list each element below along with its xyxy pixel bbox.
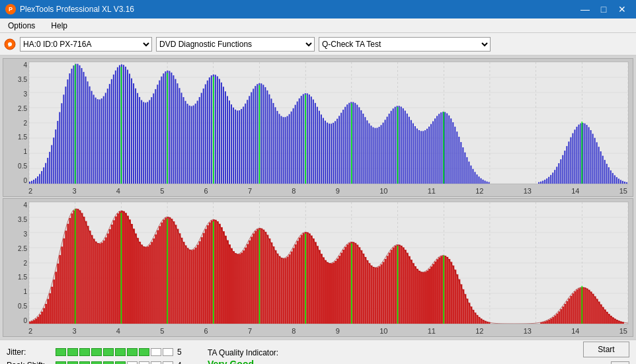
- jitter-cell-7: [127, 348, 138, 356]
- app-icon: P: [5, 4, 16, 15]
- device-select[interactable]: HA:0 ID:0 PX-716A: [20, 37, 152, 52]
- bottom-chart-plot: [28, 201, 629, 324]
- jitter-label: Jitter:: [7, 347, 52, 357]
- function-select[interactable]: DVD Diagnostic Functions: [156, 37, 315, 52]
- jitter-cell-2: [67, 348, 78, 356]
- peak-cell-6: [115, 361, 126, 364]
- jitter-cell-8: [139, 348, 149, 356]
- charts-container: 4 3.5 3 2.5 2 1.5 1 0.5 0 2 3 4 5 6 7 8 …: [0, 55, 636, 340]
- peak-shift-row: Peak Shift: 4: [7, 361, 188, 364]
- top-chart-canvas: [29, 62, 628, 184]
- ta-quality-value: Very Good: [208, 359, 254, 364]
- svg-text:P: P: [9, 43, 12, 48]
- metrics-panel: Jitter: 5 Peak Shift:: [7, 347, 188, 364]
- peak-cell-10: [163, 361, 173, 364]
- peak-cell-5: [103, 361, 114, 364]
- bottom-chart-x-axis: 2 3 4 5 6 7 8 9 10 11 12 13 14 15: [28, 327, 627, 335]
- peak-cell-7: [127, 361, 138, 364]
- ta-quality-label: TA Quality Indicator:: [208, 348, 278, 357]
- info-button[interactable]: i: [611, 361, 629, 364]
- title-bar-left: P PlexTools Professional XL V3.16: [5, 4, 134, 15]
- top-chart-x-axis: 2 3 4 5 6 7 8 9 10 11 12 13 14 15: [28, 187, 627, 195]
- title-controls: — □ ✕: [576, 3, 631, 16]
- bottom-chart: 4 3.5 3 2.5 2 1.5 1 0.5 0 2 3 4 5 6 7 8 …: [3, 198, 633, 337]
- maximize-button[interactable]: □: [595, 3, 612, 16]
- test-select[interactable]: Q-Check TA Test: [319, 37, 491, 52]
- menu-bar: Options Help: [0, 18, 636, 33]
- menu-help[interactable]: Help: [47, 20, 71, 32]
- jitter-cell-5: [103, 348, 114, 356]
- peak-cell-1: [56, 361, 66, 364]
- jitter-meter: [56, 348, 173, 356]
- jitter-cell-4: [91, 348, 102, 356]
- top-chart-y-axis: 4 3.5 3 2.5 2 1.5 1 0.5 0: [5, 61, 27, 184]
- menu-options[interactable]: Options: [4, 20, 39, 32]
- jitter-row: Jitter: 5: [7, 347, 188, 357]
- app-title: PlexTools Professional XL V3.16: [20, 5, 134, 14]
- peak-shift-meter: [56, 361, 173, 364]
- toolbar: P HA:0 ID:0 PX-716A DVD Diagnostic Funct…: [0, 33, 636, 55]
- jitter-cell-3: [79, 348, 90, 356]
- minimize-button[interactable]: —: [576, 3, 594, 16]
- jitter-cell-6: [115, 348, 126, 356]
- bottom-right-panel: Start i: [583, 342, 629, 364]
- peak-cell-3: [79, 361, 90, 364]
- device-icon: P: [4, 38, 16, 50]
- peak-shift-label: Peak Shift:: [7, 361, 52, 364]
- peak-cell-9: [151, 361, 161, 364]
- close-button[interactable]: ✕: [614, 3, 631, 16]
- peak-cell-2: [67, 361, 78, 364]
- bottom-chart-y-axis: 4 3.5 3 2.5 2 1.5 1 0.5 0: [5, 201, 27, 324]
- jitter-cell-10: [163, 348, 173, 356]
- peak-shift-value: 4: [177, 361, 188, 364]
- peak-cell-8: [139, 361, 149, 364]
- jitter-cell-1: [56, 348, 66, 356]
- top-chart-plot: [28, 61, 629, 184]
- bottom-chart-canvas: [29, 202, 628, 324]
- jitter-value: 5: [177, 347, 188, 357]
- peak-cell-4: [91, 361, 102, 364]
- ta-quality-panel: TA Quality Indicator: Very Good: [188, 348, 583, 364]
- top-chart: 4 3.5 3 2.5 2 1.5 1 0.5 0 2 3 4 5 6 7 8 …: [3, 58, 633, 197]
- start-button[interactable]: Start: [583, 342, 629, 357]
- bottom-bar: Jitter: 5 Peak Shift:: [0, 340, 636, 364]
- title-bar: P PlexTools Professional XL V3.16 — □ ✕: [0, 0, 636, 18]
- jitter-cell-9: [151, 348, 161, 356]
